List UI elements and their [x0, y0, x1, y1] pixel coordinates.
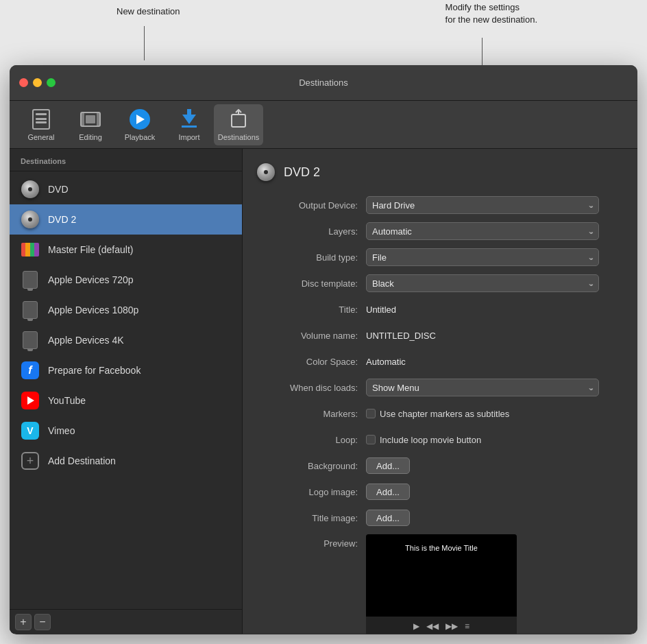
- select-output-device-value: Hard Drive: [372, 200, 415, 211]
- sidebar-item-masterfile[interactable]: Master File (default): [10, 235, 242, 265]
- label-output-device: Output Device:: [256, 200, 366, 211]
- sidebar-item-facebook[interactable]: f Prepare for Facebook: [10, 355, 242, 385]
- toolbar: General Editing Playback: [10, 101, 637, 149]
- form-row-layers: Layers: Automatic ⌄: [256, 222, 624, 241]
- select-disc-template[interactable]: Black ⌄: [366, 274, 599, 292]
- control-markers: Use chapter markers as subtitles: [366, 409, 599, 419]
- chevron-down-icon-disc-loads: ⌄: [589, 384, 594, 392]
- sidebar-item-vimeo[interactable]: V Vimeo: [10, 416, 242, 446]
- modify-settings-annotation: Modify the settingsfor the new destinati…: [445, 1, 537, 26]
- sidebar-item-label-apple4k: Apple Devices 4K: [48, 335, 124, 346]
- label-background: Background:: [256, 461, 366, 471]
- preview-prev-button[interactable]: ◀◀: [426, 621, 439, 631]
- control-background: Add...: [366, 457, 599, 474]
- label-color-space: Color Space:: [256, 357, 366, 367]
- control-disc-template: Black ⌄: [366, 274, 599, 292]
- facebook-icon: f: [21, 361, 40, 380]
- form-row-preview: Preview: This is the Movie Title ▶ ◀◀ ▶▶…: [256, 534, 624, 634]
- form-row-loop: Loop: Include loop movie button: [256, 430, 624, 449]
- select-when-disc-loads[interactable]: Show Menu ⌄: [366, 379, 599, 396]
- toolbar-item-general[interactable]: General: [16, 104, 66, 145]
- select-output-device[interactable]: Hard Drive ⌄: [366, 196, 599, 214]
- preview-next-button[interactable]: ▶▶: [445, 621, 458, 631]
- label-title-image: Title image:: [256, 513, 366, 523]
- form-row-background: Background: Add...: [256, 456, 624, 475]
- form-row-logo-image: Logo image: Add...: [256, 482, 624, 501]
- add-logo-button[interactable]: Add...: [366, 484, 410, 500]
- add-item-button[interactable]: +: [15, 614, 32, 630]
- checkbox-markers[interactable]: [366, 409, 376, 418]
- svg-rect-3: [86, 115, 95, 123]
- label-volume-name: Volume name:: [256, 331, 366, 341]
- sidebar-item-apple720[interactable]: Apple Devices 720p: [10, 265, 242, 295]
- select-when-disc-loads-value: Show Menu: [372, 383, 419, 393]
- sidebar-item-dvd2[interactable]: DVD 2: [10, 204, 242, 235]
- sidebar-item-apple4k[interactable]: Apple Devices 4K: [10, 325, 242, 355]
- select-build-type[interactable]: File ⌄: [366, 248, 599, 266]
- annotation-line-new: [144, 26, 145, 60]
- app-window: Destinations General Editing: [10, 65, 637, 634]
- preview-menu-button[interactable]: ≡: [465, 621, 469, 631]
- sidebar-bottom-bar: + −: [10, 609, 242, 634]
- label-layers: Layers:: [256, 226, 366, 237]
- control-preview: This is the Movie Title ▶ ◀◀ ▶▶ ≡: [366, 534, 599, 634]
- sidebar-item-add-destination[interactable]: + Add Destination: [10, 446, 242, 476]
- label-when-disc-loads: When disc loads:: [256, 383, 366, 393]
- control-logo-image: Add...: [366, 484, 599, 500]
- window-title: Destinations: [299, 77, 348, 88]
- add-title-image-button[interactable]: Add...: [366, 510, 410, 526]
- control-title: Untitled: [366, 305, 599, 315]
- select-layers-value: Automatic: [372, 226, 412, 237]
- value-color-space: Automatic: [366, 357, 406, 367]
- checkbox-row-loop: Include loop movie button: [366, 435, 599, 445]
- youtube-icon: [21, 391, 40, 410]
- checkbox-loop-label: Include loop movie button: [380, 435, 481, 445]
- import-icon: [178, 108, 200, 130]
- control-volume-name: UNTITLED_DISC: [366, 331, 599, 341]
- sidebar-item-apple1080[interactable]: Apple Devices 1080p: [10, 295, 242, 325]
- remove-item-button[interactable]: −: [34, 614, 51, 630]
- preview-play-button[interactable]: ▶: [413, 621, 419, 631]
- add-background-button[interactable]: Add...: [366, 457, 410, 474]
- toolbar-item-import[interactable]: Import: [164, 104, 214, 145]
- value-volume-name: UNTITLED_DISC: [366, 331, 436, 341]
- preview-controls: ▶ ◀◀ ▶▶ ≡: [366, 617, 517, 634]
- close-button[interactable]: [19, 78, 28, 87]
- apple720-icon: [21, 270, 40, 289]
- preview-screen: This is the Movie Title: [366, 534, 517, 617]
- form-row-markers: Markers: Use chapter markers as subtitle…: [256, 404, 624, 423]
- minimize-button[interactable]: [33, 78, 42, 87]
- main-content: Destinations DVD DVD 2: [10, 149, 637, 634]
- label-loop: Loop:: [256, 435, 366, 445]
- general-icon: [30, 108, 52, 130]
- maximize-button[interactable]: [47, 78, 56, 87]
- playback-icon: [129, 108, 151, 130]
- select-layers[interactable]: Automatic ⌄: [366, 222, 599, 240]
- detail-panel: DVD 2 Output Device: Hard Drive ⌄ Layers…: [243, 149, 637, 634]
- sidebar-item-label-apple720: Apple Devices 720p: [48, 274, 134, 285]
- sidebar-item-label-facebook: Prepare for Facebook: [48, 365, 141, 376]
- value-title: Untitled: [366, 305, 396, 315]
- toolbar-item-playback[interactable]: Playback: [115, 104, 164, 145]
- form-row-disc-template: Disc template: Black ⌄: [256, 274, 624, 293]
- checkbox-loop[interactable]: [366, 435, 376, 444]
- detail-title: DVD 2: [284, 165, 320, 180]
- select-disc-template-value: Black: [372, 278, 394, 289]
- control-when-disc-loads: Show Menu ⌄: [366, 379, 599, 396]
- label-title: Title:: [256, 305, 366, 315]
- sidebar-item-label-youtube: YouTube: [48, 395, 86, 406]
- window-controls: [10, 78, 56, 87]
- annotation-area: New destination Modify the settingsfor t…: [0, 0, 647, 69]
- new-destination-annotation: New destination: [117, 5, 180, 18]
- sidebar-item-youtube[interactable]: YouTube: [10, 385, 242, 416]
- label-preview: Preview:: [256, 534, 366, 549]
- select-build-type-value: File: [372, 252, 387, 263]
- sidebar-item-dvd[interactable]: DVD: [10, 174, 242, 204]
- checkbox-markers-label: Use chapter markers as subtitles: [380, 409, 509, 419]
- toolbar-label-editing: Editing: [79, 133, 102, 141]
- form-row-title: Title: Untitled: [256, 300, 624, 319]
- control-layers: Automatic ⌄: [366, 222, 599, 240]
- toolbar-item-destinations[interactable]: Destinations: [214, 104, 263, 145]
- toolbar-item-editing[interactable]: Editing: [66, 104, 115, 145]
- sidebar-item-label-apple1080: Apple Devices 1080p: [48, 305, 138, 315]
